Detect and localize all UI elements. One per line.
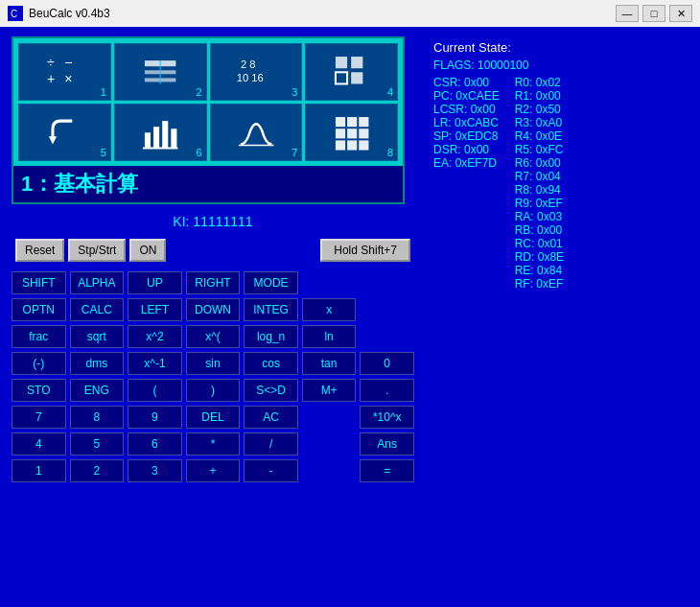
calc-btn-3-2[interactable]: x^-1 [128,352,182,375]
calc-btn-7-0[interactable]: 1 [12,459,66,482]
calc-btn-4-4[interactable]: S<>D [244,379,298,402]
screen-cell-8: 8 [305,104,398,161]
calc-btn-2-4[interactable]: log_n [244,325,298,348]
screen-mode-text: 1：基本計算 [21,170,138,198]
svg-text:10 16: 10 16 [237,72,264,83]
hold-button[interactable]: Hold Shift+7 [320,239,410,262]
calc-btn-1-2[interactable]: LEFT [128,298,182,321]
calc-btn-2-1[interactable]: sqrt [70,325,125,348]
minimize-button[interactable]: — [616,5,639,22]
svg-rect-29 [336,140,345,150]
screen-cell-5: 5 [18,104,111,161]
calc-btn-4-2[interactable]: ( [128,379,182,402]
calc-btn-7-4[interactable]: - [244,459,298,482]
calc-btn-5-0[interactable]: 7 [12,406,66,429]
svg-rect-23 [336,117,345,127]
calc-btn-2-0[interactable]: frac [12,325,66,348]
close-button[interactable]: ✕ [669,5,692,22]
calc-btn-7-5 [302,459,357,482]
on-button[interactable]: ON [129,239,166,262]
calc-btn-6-4[interactable]: / [244,432,298,455]
titlebar-title: BeuCalc v0.4b3 [29,7,110,20]
calc-btn-4-3[interactable]: ) [186,379,241,402]
titlebar: C BeuCalc v0.4b3 — □ ✕ [0,0,700,27]
calc-btn-1-5[interactable]: x [302,298,357,321]
calc-btn-4-6[interactable]: . [360,379,414,402]
calc-btn-0-0[interactable]: SHIFT [12,271,66,294]
svg-rect-26 [336,128,345,138]
calc-btn-1-0[interactable]: OPTN [12,298,66,321]
calc-btn-5-6[interactable]: *10^x [360,406,414,429]
calc-btn-2-5[interactable]: ln [302,325,357,348]
calc-btn-3-3[interactable]: sin [186,352,241,375]
calc-btn-1-3[interactable]: DOWN [186,298,241,321]
flags-label: FLAGS: 10000100 [433,58,539,72]
main-area: ÷ − + × 1 2 [0,27,700,607]
calc-btn-6-0[interactable]: 4 [12,432,66,455]
stp-strt-button[interactable]: Stp/Strt [68,239,126,262]
svg-text:C: C [11,9,17,19]
state-reg-row: R8: 0x94 [515,183,564,197]
svg-rect-17 [145,132,151,148]
svg-rect-20 [171,128,176,148]
state-right-col: R0: 0x02R1: 0x00R2: 0x50R3: 0xA0R4: 0x0E… [515,76,564,291]
calc-btn-5-2[interactable]: 9 [128,406,182,429]
calc-btn-3-4[interactable]: cos [244,352,298,375]
maximize-button[interactable]: □ [642,5,665,22]
calc-btn-5-3[interactable]: DEL [186,406,241,429]
calc-btn-1-1[interactable]: CALC [70,298,125,321]
calc-btn-1-4[interactable]: INTEG [244,298,298,321]
calc-btn-3-1[interactable]: dms [70,352,125,375]
calc-btn-3-5[interactable]: tan [302,352,357,375]
screen-cell-6-num: 6 [196,147,201,158]
state-reg-row: R0: 0x02 [515,76,564,89]
state-label-row: CSR: 0x00 [433,76,500,89]
calc-btn-3-6[interactable]: 0 [360,352,414,375]
svg-rect-27 [348,128,358,138]
calc-btn-5-4[interactable]: AC [244,406,298,429]
screen-cell-3: 2 8 10 16 3 [210,43,303,101]
svg-rect-28 [360,128,369,138]
calc-btn-2-6 [360,325,414,348]
state-label-row: LCSR: 0x00 [433,103,500,116]
state-reg-row: R9: 0xEF [515,197,564,210]
state-reg-row: R7: 0x04 [515,170,564,183]
state-label-row: EA: 0xEF7D [433,156,500,170]
state-reg-row: RD: 0x8E [515,250,564,264]
calc-btn-6-6[interactable]: Ans [360,432,414,455]
screen-cell-5-num: 5 [101,147,106,158]
calc-btn-0-5 [302,271,357,294]
state-label-row: DSR: 0x00 [433,143,500,156]
calc-btn-4-0[interactable]: STO [12,379,66,402]
screen-cell-4: 4 [305,43,398,101]
calc-btn-7-1[interactable]: 2 [70,459,125,482]
calc-btn-4-5[interactable]: M+ [302,379,357,402]
calc-btn-5-5 [302,406,357,429]
screen-cell-1: ÷ − + × 1 [18,43,111,101]
calc-btn-7-2[interactable]: 3 [128,459,182,482]
calc-btn-2-3[interactable]: x^( [186,325,241,348]
state-label-row: PC: 0xCAEE [433,89,500,103]
calc-btn-0-4[interactable]: MODE [244,271,298,294]
calc-btn-0-3[interactable]: RIGHT [186,271,241,294]
calc-btn-0-1[interactable]: ALPHA [70,271,125,294]
calc-btn-6-1[interactable]: 5 [70,432,125,455]
calc-btn-6-3[interactable]: * [186,432,241,455]
calc-btn-6-2[interactable]: 6 [128,432,182,455]
svg-rect-19 [162,121,168,148]
calc-btn-7-3[interactable]: + [186,459,241,482]
calc-btn-3-0[interactable]: (-) [12,352,66,375]
state-reg-row: R6: 0x00 [515,156,564,170]
calc-btn-4-1[interactable]: ENG [70,379,125,402]
calc-btn-0-2[interactable]: UP [128,271,182,294]
calc-btn-7-6[interactable]: = [360,459,414,482]
calc-btn-5-1[interactable]: 8 [70,406,125,429]
screen-text-bar: 1：基本計算 [13,166,403,202]
right-panel: Current State: FLAGS: 10000100 CSR: 0x00… [433,36,688,597]
calc-btn-2-2[interactable]: x^2 [128,325,182,348]
state-label-row: LR: 0xCABC [433,116,500,129]
svg-text:×: × [64,71,72,86]
svg-text:+: + [47,71,55,86]
svg-rect-13 [352,57,363,68]
reset-button[interactable]: Reset [15,239,64,262]
